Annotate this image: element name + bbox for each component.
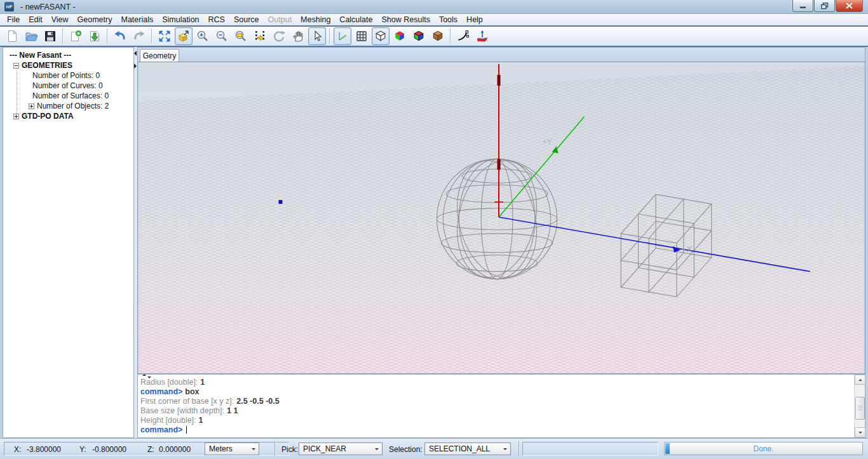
tree-item-gtdpo[interactable]: GTD-PO DATA [22, 112, 74, 121]
title-bar: nF - newFASANT - [0, 0, 868, 14]
menu-item-meshing[interactable]: Meshing [296, 14, 335, 25]
perspective-view-button[interactable] [175, 27, 193, 45]
rotate-view-button[interactable] [270, 27, 288, 45]
z-axis-arrow [498, 75, 501, 86]
scroll-down-button[interactable] [855, 427, 865, 437]
console-scrollbar[interactable] [854, 375, 865, 437]
window-title: - newFASANT - [20, 3, 76, 11]
undo-button[interactable] [111, 27, 129, 45]
status-divider [519, 441, 520, 456]
import-button[interactable] [86, 27, 104, 45]
zoom-out-button[interactable] [213, 27, 231, 45]
cursor-icon [310, 29, 324, 43]
console-param-label: Base size [width depth]: [140, 406, 224, 415]
textured-view-button[interactable] [429, 27, 447, 45]
toolbar [0, 27, 868, 47]
tree-item-geometries[interactable]: GEOMETRIES [22, 61, 72, 70]
pick-label: Pick: [281, 445, 298, 454]
curve-icon [456, 29, 470, 43]
normals-tool-button[interactable] [473, 27, 491, 45]
tab-geometry-label: Geometry [143, 51, 177, 60]
save-button[interactable] [41, 27, 59, 45]
y-axis-label: +Y [543, 138, 552, 147]
zoom-window-button[interactable] [232, 27, 250, 45]
pan-button[interactable] [289, 27, 307, 45]
chevron-down-icon [252, 448, 255, 450]
viewport-3d[interactable]: +Y +X [137, 62, 865, 374]
expand-icon[interactable] [29, 103, 34, 109]
show-grid-button[interactable] [353, 27, 370, 45]
expand-icon[interactable] [13, 114, 19, 119]
command-console[interactable]: Radius [double]:1 command>box First corn… [137, 374, 865, 438]
add-geometry-button[interactable] [67, 27, 85, 45]
solid-edges-view-button[interactable] [410, 27, 428, 45]
console-line: command>box [140, 387, 852, 397]
console-command-value: box [185, 387, 199, 396]
axes-icon [336, 29, 349, 43]
open-button[interactable] [22, 27, 40, 45]
scroll-down-icon [858, 432, 862, 434]
minimize-icon [800, 3, 806, 9]
save-icon [43, 29, 57, 43]
tree-item-objects[interactable]: Number of Objects: 2 [37, 102, 109, 110]
y-coordinate-label: Y: [79, 445, 86, 454]
redo-button[interactable] [130, 27, 148, 45]
console-line: Radius [double]:1 [140, 378, 852, 387]
wireframe-view-button[interactable] [372, 27, 390, 45]
collapse-icon[interactable] [13, 63, 19, 69]
menu-item-file[interactable]: File [3, 14, 24, 25]
new-file-button[interactable] [3, 27, 21, 45]
menu-item-tools[interactable]: Tools [435, 14, 462, 25]
fit-view-icon [158, 29, 172, 43]
menu-item-show-results[interactable]: Show Results [377, 14, 434, 25]
toolbar-separator [62, 29, 64, 44]
restore-button[interactable] [814, 0, 835, 12]
menu-item-view[interactable]: View [47, 14, 73, 25]
units-dropdown[interactable]: Meters [205, 442, 259, 455]
redo-icon [132, 29, 146, 43]
open-folder-icon [24, 29, 38, 43]
console-prompt: command> [140, 387, 182, 396]
menu-item-source[interactable]: Source [229, 14, 264, 25]
new-page-plus-icon [69, 29, 83, 43]
tab-geometry[interactable]: Geometry [140, 49, 179, 62]
grid-icon [355, 29, 369, 43]
splitter-expand-icon [134, 63, 137, 69]
z-coordinate-value: 0.000000 [159, 445, 191, 454]
menu-item-materials[interactable]: Materials [116, 14, 158, 25]
menu-item-edit[interactable]: Edit [24, 14, 47, 25]
toolbar-separator [107, 29, 108, 44]
menu-item-geometry[interactable]: Geometry [73, 14, 117, 25]
tree-item-curves[interactable]: Number of Curves: 0 [32, 81, 103, 90]
scrollbar-thumb[interactable] [855, 397, 865, 420]
pick-mode-dropdown[interactable]: PICK_NEAR [299, 442, 383, 455]
close-button[interactable] [836, 0, 863, 12]
close-icon [846, 3, 853, 9]
minimize-button[interactable] [792, 0, 813, 12]
menu-item-calculate[interactable]: Calculate [335, 14, 377, 25]
show-axes-button[interactable] [334, 27, 351, 45]
tree-item-points[interactable]: Number of Points: 0 [32, 71, 100, 80]
curves-tool-button[interactable] [454, 27, 472, 45]
perspective-cube-icon [177, 29, 191, 43]
status-empty-panel [522, 442, 658, 456]
splitter-collapse-icon [134, 51, 137, 56]
selection-mode-dropdown[interactable]: SELECTION_ALL [424, 442, 511, 455]
fit-view-button[interactable] [156, 27, 173, 45]
scroll-up-button[interactable] [855, 375, 865, 385]
menu-item-simulation[interactable]: Simulation [158, 14, 203, 25]
menu-item-help[interactable]: Help [462, 14, 487, 25]
solid-view-button[interactable] [391, 27, 409, 45]
console-line: Height [double]:1 [140, 416, 852, 425]
menu-item-rcs[interactable]: RCS [204, 14, 229, 25]
zoom-in-button[interactable] [194, 27, 212, 45]
selection-mode-value: SELECTION_ALL [429, 444, 490, 453]
console-param-label: First corner of base [x y z]: [140, 397, 234, 406]
move-points-button[interactable] [251, 27, 269, 45]
console-input-line[interactable]: command> [140, 425, 852, 435]
solid-edges-cube-icon [412, 29, 426, 43]
console-line: Base size [width depth]:1 1 [140, 406, 852, 416]
app-icon: nF [4, 2, 14, 11]
tree-item-surfaces[interactable]: Number of Surfaces: 0 [32, 91, 109, 100]
select-button[interactable] [308, 27, 326, 45]
